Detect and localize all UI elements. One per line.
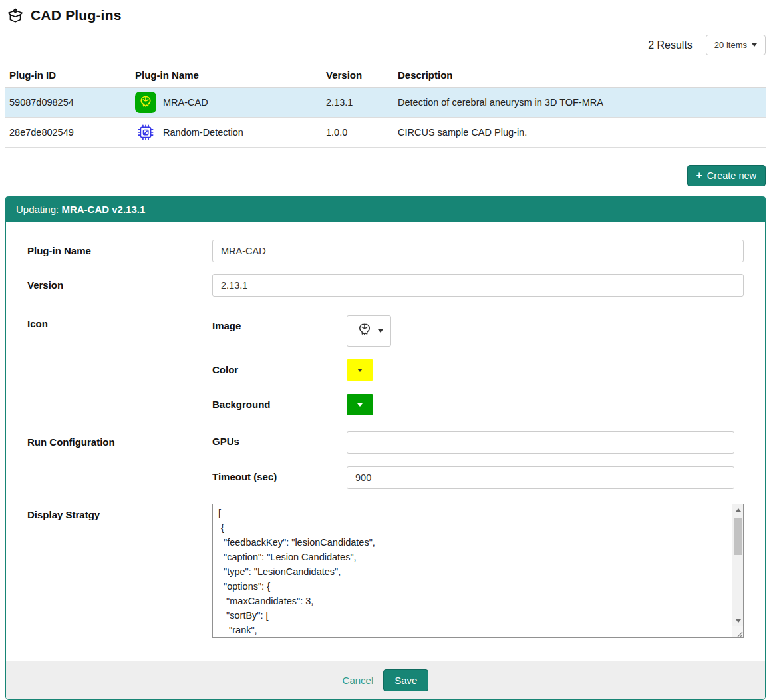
display-strategy-content: [ { "feedbackKey": "lesionCandidates", "…	[213, 504, 732, 637]
column-header-description: Description	[394, 63, 766, 87]
panel-header-title: MRA-CAD v2.13.1	[61, 204, 145, 215]
image-label: Image	[212, 315, 347, 331]
scrollbar-thumb[interactable]	[734, 518, 742, 555]
cell-version: 2.13.1	[322, 87, 394, 118]
version-label: Version	[27, 274, 212, 291]
plugin-name-field[interactable]	[212, 240, 744, 262]
version-field[interactable]	[212, 274, 744, 297]
icon-color-dropdown[interactable]	[347, 359, 373, 381]
cell-plugin-name: MRA-CAD	[163, 97, 208, 108]
page-header: CAD Plug-ins	[7, 7, 766, 24]
caret-down-icon	[357, 369, 363, 372]
cancel-button[interactable]: Cancel	[343, 675, 374, 686]
table-row-random-detection[interactable]: 28e7de802549 Random-D	[5, 118, 766, 148]
timeout-field[interactable]	[347, 466, 734, 489]
caret-down-icon	[378, 329, 383, 333]
brain-icon	[135, 92, 156, 113]
plus-icon: +	[696, 170, 702, 181]
create-row: + Create new	[5, 165, 766, 186]
column-header-plugin-id: Plug-in ID	[5, 63, 131, 87]
items-per-page-dropdown[interactable]: 20 items	[706, 35, 766, 55]
items-per-page-value: 20 items	[714, 40, 747, 50]
panel-header-prefix: Updating:	[16, 204, 61, 215]
table-header-row: Plug-in ID Plug-in Name Version Descript…	[5, 63, 766, 87]
icon-background-dropdown[interactable]	[347, 394, 373, 415]
brain-outline-icon	[355, 321, 374, 341]
chip-icon	[135, 122, 156, 143]
timeout-label: Timeout (sec)	[212, 466, 347, 482]
icon-section-label: Icon	[27, 315, 212, 329]
column-header-plugin-name: Plug-in Name	[131, 63, 322, 87]
scroll-down-icon[interactable]	[732, 615, 744, 626]
resize-handle-icon[interactable]	[732, 626, 743, 637]
run-configuration-label: Run Configuration	[27, 431, 212, 448]
cell-plugin-id: 59087d098254	[5, 87, 131, 118]
color-label: Color	[212, 359, 347, 375]
plugin-editor-panel: Updating: MRA-CAD v2.13.1 Plug-in Name V…	[5, 196, 766, 700]
cell-plugin-id: 28e7de802549	[5, 118, 131, 148]
gpus-field[interactable]	[347, 431, 734, 454]
cell-description: CIRCUS sample CAD Plug-in.	[394, 118, 766, 148]
create-new-button[interactable]: + Create new	[687, 165, 766, 186]
package-icon	[7, 7, 24, 24]
create-new-label: Create new	[707, 170, 756, 181]
cell-plugin-name: Random-Detection	[163, 127, 243, 138]
panel-header: Updating: MRA-CAD v2.13.1	[6, 196, 765, 222]
save-button[interactable]: Save	[383, 669, 428, 691]
table-toolbar: 2 Results 20 items	[5, 35, 766, 55]
plugin-table: Plug-in ID Plug-in Name Version Descript…	[5, 63, 766, 148]
cell-version: 1.0.0	[322, 118, 394, 148]
display-strategy-label: Display Stratgy	[27, 504, 212, 520]
scroll-up-icon[interactable]	[732, 504, 744, 515]
caret-down-icon	[357, 403, 363, 407]
panel-body: Plug-in Name Version Icon Image	[6, 222, 765, 661]
panel-footer: Cancel Save	[6, 661, 765, 699]
icon-image-dropdown[interactable]	[347, 315, 391, 347]
page-title: CAD Plug-ins	[31, 7, 122, 23]
background-label: Background	[212, 394, 347, 410]
table-row-mra-cad[interactable]: 59087d098254 MRA-CAD 2.13.1 Detection of…	[5, 87, 766, 118]
gpus-label: GPUs	[212, 431, 347, 447]
column-header-version: Version	[322, 63, 394, 87]
caret-down-icon	[752, 43, 757, 47]
cell-description: Detection of cerebral aneurysm in 3D TOF…	[394, 87, 766, 118]
display-strategy-textarea[interactable]: [ { "feedbackKey": "lesionCandidates", "…	[212, 504, 744, 638]
textarea-scrollbar[interactable]	[732, 504, 743, 637]
plugin-name-label: Plug-in Name	[27, 240, 212, 256]
results-count: 2 Results	[648, 39, 693, 51]
